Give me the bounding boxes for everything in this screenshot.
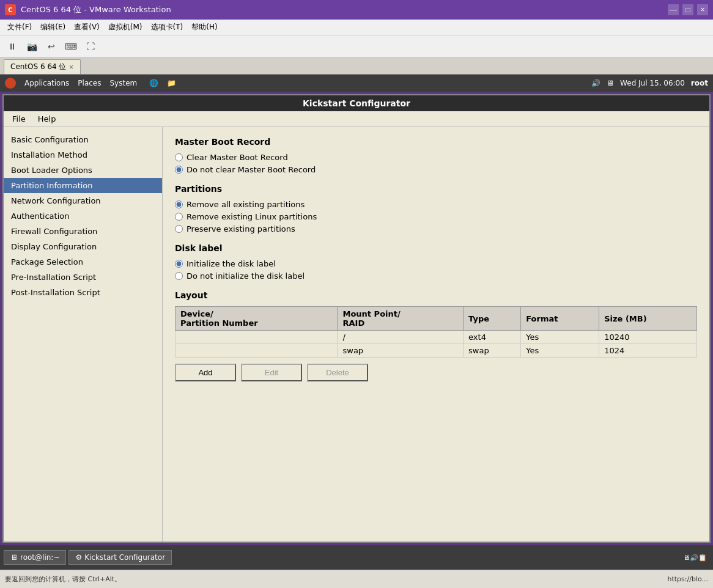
- cell-type-2: swap: [464, 344, 521, 358]
- part-remove-all-row: Remove all existing partitions: [175, 200, 697, 209]
- statusbar: 要返回到您的计算机，请按 Ctrl+Alt。 https://blo...: [0, 570, 713, 588]
- disklabel-init-row: Initialize the disk label: [175, 259, 697, 268]
- sidebar-item-display-config[interactable]: Display Configuration: [4, 239, 162, 254]
- disklabel-noinit-row: Do not initialize the disk label: [175, 271, 697, 281]
- send-ctrl-alt-del-button[interactable]: ⌨: [62, 38, 79, 55]
- pause-button[interactable]: ⏸: [4, 38, 21, 55]
- mbr-noclear-label: Do not clear Master Boot Record: [187, 165, 316, 174]
- layout-section-title: Layout: [175, 290, 697, 300]
- menu-view[interactable]: 查看(V): [70, 21, 103, 34]
- app-menubar: File Help: [4, 111, 709, 127]
- tab-close-icon[interactable]: ×: [68, 64, 73, 70]
- taskbar-ks-btn[interactable]: ⚙ Kickstart Configurator: [68, 550, 172, 565]
- disklabel-noinit-label: Do not initialize the disk label: [187, 271, 305, 281]
- vmware-menubar: 文件(F) 编辑(E) 查看(V) 虚拟机(M) 选项卡(T) 帮助(H): [0, 20, 713, 35]
- taskbar-terminal-btn[interactable]: 🖥 root@lin:~: [4, 550, 66, 565]
- sidebar-item-basic-config[interactable]: Basic Configuration: [4, 132, 162, 147]
- window-title: CentOS 6 64 位 - VMware Workstation: [21, 4, 171, 15]
- maximize-button[interactable]: □: [682, 4, 693, 15]
- layout-table: Device/Partition Number Mount Point/RAID…: [175, 306, 697, 358]
- gnome-system-menu[interactable]: System: [109, 79, 137, 87]
- cell-mount-1: /: [338, 331, 464, 344]
- part-preserve-label: Preserve existing partitions: [187, 224, 295, 233]
- col-size: Size (MB): [599, 307, 697, 331]
- edit-button[interactable]: Edit: [241, 364, 302, 381]
- part-remove-linux-row: Remove existing Linux partitions: [175, 212, 697, 221]
- action-buttons: Add Edit Delete: [175, 364, 697, 381]
- app-menu-help[interactable]: Help: [33, 113, 61, 125]
- sidebar-item-network-config[interactable]: Network Configuration: [4, 193, 162, 208]
- mbr-noclear-radio[interactable]: [175, 166, 183, 174]
- cell-size-1: 10240: [599, 331, 697, 344]
- ks-titlebar: Kickstart Configurator: [4, 95, 709, 111]
- menu-file[interactable]: 文件(F): [4, 21, 35, 34]
- col-mount: Mount Point/RAID: [338, 307, 464, 331]
- snapshot-button[interactable]: 📷: [23, 38, 40, 55]
- part-remove-linux-label: Remove existing Linux partitions: [187, 212, 317, 221]
- taskbar: 🖥 root@lin:~ ⚙ Kickstart Configurator 🖥🔊…: [0, 545, 713, 570]
- menu-vm[interactable]: 虚拟机(M): [105, 21, 146, 34]
- disklabel-init-label: Initialize the disk label: [187, 259, 276, 268]
- disklabel-section-title: Disk label: [175, 243, 697, 253]
- minimize-button[interactable]: —: [668, 4, 679, 15]
- cell-device-2: [175, 344, 338, 358]
- partitions-radio-group: Remove all existing partitions Remove ex…: [175, 200, 697, 233]
- fullscreen-button[interactable]: ⛶: [82, 38, 99, 55]
- sidebar-item-firewall-config[interactable]: Firewall Configuration: [4, 224, 162, 239]
- part-preserve-radio[interactable]: [175, 225, 183, 233]
- part-remove-linux-radio[interactable]: [175, 213, 183, 221]
- sidebar-item-partition-info[interactable]: Partition Information: [4, 178, 162, 193]
- vmware-icon: C: [5, 4, 16, 15]
- mbr-noclear-row: Do not clear Master Boot Record: [175, 165, 697, 174]
- taskbar-terminal-label: root@lin:~: [20, 553, 59, 562]
- app-body: Basic Configuration Installation Method …: [4, 127, 709, 542]
- main-panel: Master Boot Record Clear Master Boot Rec…: [163, 127, 709, 542]
- part-remove-all-radio[interactable]: [175, 200, 183, 208]
- gnome-topbar: Applications Places System 🌐 📁 🔊 🖥 Wed J…: [0, 75, 713, 92]
- sidebar-item-boot-loader[interactable]: Boot Loader Options: [4, 163, 162, 178]
- disklabel-radio-group: Initialize the disk label Do not initial…: [175, 259, 697, 281]
- menu-edit[interactable]: 编辑(E): [37, 21, 69, 34]
- gnome-apps-menu[interactable]: Applications: [24, 79, 69, 87]
- add-button[interactable]: Add: [175, 364, 236, 381]
- col-type: Type: [464, 307, 521, 331]
- disklabel-noinit-radio[interactable]: [175, 272, 183, 280]
- disklabel-init-radio[interactable]: [175, 260, 183, 268]
- window-controls: — □ ×: [668, 4, 708, 15]
- cell-mount-2: swap: [338, 344, 464, 358]
- sidebar-item-post-install[interactable]: Post-Installation Script: [4, 285, 162, 300]
- table-row[interactable]: / ext4 Yes 10240: [175, 331, 697, 344]
- col-format: Format: [521, 307, 599, 331]
- delete-button[interactable]: Delete: [307, 364, 368, 381]
- status-url: https://blo...: [668, 575, 709, 583]
- menu-help[interactable]: 帮助(H): [188, 21, 221, 34]
- sidebar-item-install-method[interactable]: Installation Method: [4, 147, 162, 163]
- sidebar-item-pre-install[interactable]: Pre-Installation Script: [4, 270, 162, 285]
- vm-tab[interactable]: CentOS 6 64 位 ×: [4, 59, 81, 74]
- mbr-clear-radio[interactable]: [175, 153, 183, 161]
- gnome-area: Applications Places System 🌐 📁 🔊 🖥 Wed J…: [0, 75, 713, 588]
- mbr-section-title: Master Boot Record: [175, 137, 697, 147]
- table-row[interactable]: swap swap Yes 1024: [175, 344, 697, 358]
- gnome-places-menu[interactable]: Places: [78, 79, 101, 87]
- menu-tab[interactable]: 选项卡(T): [147, 21, 187, 34]
- sidebar-item-authentication[interactable]: Authentication: [4, 208, 162, 224]
- cell-type-1: ext4: [464, 331, 521, 344]
- sidebar: Basic Configuration Installation Method …: [4, 127, 163, 542]
- close-button[interactable]: ×: [697, 4, 708, 15]
- mbr-clear-label: Clear Master Boot Record: [187, 153, 288, 162]
- part-remove-all-label: Remove all existing partitions: [187, 200, 305, 209]
- taskbar-ks-label: Kickstart Configurator: [84, 553, 165, 562]
- title-bar: C CentOS 6 64 位 - VMware Workstation — □…: [0, 0, 713, 20]
- gnome-clock: Wed Jul 15, 06:00: [620, 79, 685, 87]
- cell-format-1: Yes: [521, 331, 599, 344]
- sidebar-item-package-select[interactable]: Package Selection: [4, 254, 162, 270]
- revert-button[interactable]: ↩: [43, 38, 60, 55]
- mbr-radio-group: Clear Master Boot Record Do not clear Ma…: [175, 153, 697, 174]
- app-menu-file[interactable]: File: [7, 113, 31, 125]
- ks-icon: ⚙: [75, 553, 82, 562]
- tab-label: CentOS 6 64 位: [10, 62, 66, 72]
- terminal-icon: 🖥: [10, 553, 18, 562]
- kickstart-window: Kickstart Configurator File Help Basic C…: [2, 94, 711, 543]
- part-preserve-row: Preserve existing partitions: [175, 224, 697, 233]
